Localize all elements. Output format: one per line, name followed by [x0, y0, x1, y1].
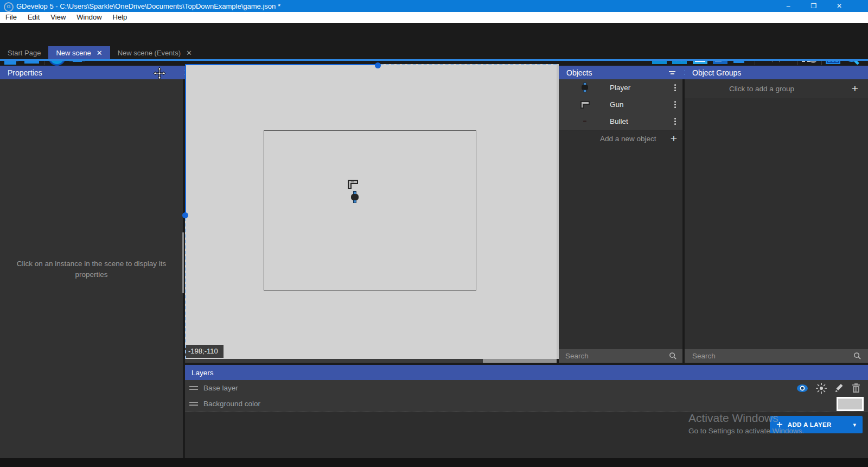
object-row-gun[interactable]: Gun: [559, 96, 682, 113]
scene-window-rectangle: [264, 130, 476, 291]
selection-border-top-solid: [185, 64, 378, 65]
tab-close-icon[interactable]: ✕: [97, 49, 103, 57]
main-toolbar: 1:1: [0, 23, 868, 46]
close-button[interactable]: ✕: [830, 0, 848, 12]
objects-search-bar[interactable]: [559, 349, 682, 363]
object-groups-panel-body: Click to add a group +: [685, 79, 868, 363]
player-sprite-icon: [582, 83, 588, 93]
filter-icon[interactable]: [669, 71, 675, 74]
active-tab-underline: [0, 59, 868, 61]
properties-panel-title: Properties: [8, 68, 42, 77]
player-instance[interactable]: [351, 191, 359, 203]
cursor-coordinates-badge: -198;-110: [185, 345, 224, 358]
add-new-object-row[interactable]: Add a new object +: [559, 130, 682, 147]
object-name: Player: [610, 84, 630, 92]
tab-new-scene[interactable]: New scene ✕: [48, 46, 110, 59]
gdevelop-logo-icon: G: [4, 2, 14, 12]
properties-panel-body: Click on an instance in the scene to dis…: [0, 79, 183, 458]
vertical-scrollbar-thumb[interactable]: [182, 232, 184, 293]
menu-edit[interactable]: Edit: [22, 12, 45, 23]
menu-file[interactable]: File: [0, 12, 22, 23]
add-group-row[interactable]: Click to add a group +: [685, 79, 868, 98]
watermark-line1: Activate Windows: [688, 412, 778, 425]
chevron-down-icon[interactable]: ▾: [853, 421, 856, 428]
layer-row-background-color[interactable]: Background color: [185, 396, 868, 412]
delete-trash-icon[interactable]: [852, 383, 860, 393]
menu-bar: File Edit View Window Help: [0, 12, 868, 23]
tab-start-page[interactable]: Start Page: [0, 46, 48, 59]
selection-border-top-dashed: [380, 64, 557, 65]
properties-empty-message: Click on an instance in the scene to dis…: [11, 258, 172, 280]
object-groups-search-bar[interactable]: [685, 349, 868, 363]
add-object-label: Add a new object: [600, 135, 656, 143]
color-swatch[interactable]: [837, 397, 864, 411]
tab-new-scene-events[interactable]: New scene (Events) ✕: [110, 46, 200, 59]
object-menu-kebab-icon[interactable]: [674, 118, 676, 125]
title-bar: G GDevelop 5 - C:\Users\Sparkle\OneDrive…: [0, 0, 868, 12]
selection-handle-left[interactable]: [182, 212, 188, 218]
layer-row-base[interactable]: Base layer: [185, 380, 868, 396]
selection-handle-top[interactable]: [375, 62, 381, 68]
tab-label: New scene: [56, 49, 91, 57]
layers-panel-title: Layers: [192, 369, 214, 377]
object-menu-kebab-icon[interactable]: [674, 84, 676, 91]
selection-border-left-solid: [185, 64, 186, 213]
layer-name: Background color: [203, 400, 260, 408]
gdevelop-window: G GDevelop 5 - C:\Users\Sparkle\OneDrive…: [0, 0, 868, 467]
selection-border-left-dashed: [185, 218, 186, 359]
search-icon: [853, 352, 861, 360]
object-name: Bullet: [610, 117, 628, 125]
gun-instance[interactable]: [348, 180, 358, 189]
effects-icon[interactable]: [816, 383, 827, 394]
tab-close-icon[interactable]: ✕: [186, 49, 192, 57]
minimize-button[interactable]: –: [779, 0, 797, 12]
object-name: Gun: [610, 100, 624, 109]
restore-button[interactable]: ❐: [805, 0, 823, 12]
objects-panel-body: Player Gun Bullet Add a new object +: [559, 79, 682, 363]
layer-name: Base layer: [203, 384, 238, 392]
scene-canvas[interactable]: -198;-110: [185, 64, 557, 359]
objects-search-input[interactable]: [564, 351, 656, 361]
add-group-plus-icon[interactable]: +: [852, 82, 858, 95]
horizontal-scrollbar-thumb[interactable]: [483, 359, 557, 363]
bullet-sprite-icon: [583, 121, 586, 122]
edit-pencil-icon[interactable]: [834, 383, 844, 393]
window-title: GDevelop 5 - C:\Users\Sparkle\OneDrive\D…: [16, 2, 280, 10]
gun-sprite-icon: [580, 101, 590, 109]
menu-window[interactable]: Window: [71, 12, 107, 23]
tab-label: Start Page: [8, 49, 41, 57]
object-row-bullet[interactable]: Bullet: [559, 113, 682, 130]
search-icon: [669, 352, 677, 360]
visibility-eye-icon[interactable]: [796, 384, 808, 393]
drag-handle-icon[interactable]: [189, 386, 198, 390]
window-bottom-strip: [0, 458, 868, 467]
horizontal-scrollbar-track[interactable]: [185, 359, 557, 363]
objects-panel-header: Objects ✕: [559, 66, 682, 79]
object-row-player[interactable]: Player: [559, 79, 682, 97]
layers-panel-header: Layers ✕: [185, 365, 868, 380]
move-cursor: [153, 67, 166, 80]
watermark-line2: Go to Settings to activate Windows.: [688, 427, 804, 435]
object-groups-search-input[interactable]: [691, 351, 829, 361]
objects-panel-title: Objects: [566, 68, 592, 77]
editor-tab-bar: Start Page New scene ✕ New scene (Events…: [0, 46, 868, 59]
object-groups-panel-title: Object Groups: [692, 68, 741, 77]
menu-help[interactable]: Help: [107, 12, 133, 23]
add-group-label: Click to add a group: [729, 85, 794, 93]
drag-handle-icon[interactable]: [189, 402, 198, 406]
add-object-plus-icon[interactable]: +: [671, 132, 677, 145]
object-groups-panel-header: Object Groups ✕: [685, 66, 868, 79]
menu-view[interactable]: View: [45, 12, 71, 23]
object-menu-kebab-icon[interactable]: [674, 101, 676, 108]
tab-label: New scene (Events): [118, 49, 181, 57]
